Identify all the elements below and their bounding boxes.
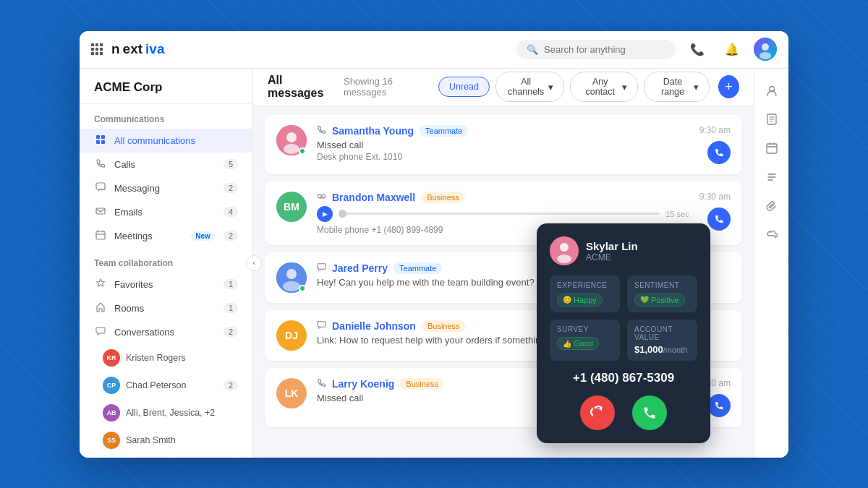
chevron-down-icon: ▾	[694, 82, 699, 93]
svg-rect-3	[96, 135, 100, 139]
sidebar-item-favorites[interactable]: Favorites 1	[80, 273, 252, 296]
svg-point-14	[322, 194, 326, 198]
voicemail-player: ▶ 15 sec	[317, 206, 689, 222]
kristen-avatar: KR	[103, 349, 120, 367]
chat-type-icon	[317, 320, 326, 332]
sender-name[interactable]: Jared Perry	[332, 262, 388, 274]
account-label: ACCOUNT VALUE	[634, 325, 690, 341]
notes-icon[interactable]	[759, 106, 785, 132]
decline-call-btn[interactable]	[580, 395, 615, 430]
play-btn[interactable]: ▶	[317, 206, 333, 222]
sender-tag: Business	[400, 378, 444, 390]
experience-value: 😊 Happy	[557, 294, 603, 307]
all-communications-icon	[94, 134, 107, 147]
phone-nav-icon[interactable]: 📞	[684, 36, 710, 62]
content-header: All messages Showing 16 messages Unread …	[253, 69, 754, 106]
sidebar-collapse-btn[interactable]: ‹	[246, 255, 262, 271]
avatar: LK	[276, 378, 307, 408]
sidebar-item-calls[interactable]: Calls 5	[80, 153, 252, 176]
sender-name[interactable]: Larry Koenig	[332, 378, 394, 390]
survey-stat: SURVEY 👍 Good	[550, 320, 620, 361]
tasks-icon[interactable]	[759, 164, 785, 190]
sentiment-value: 💚 Positive	[634, 294, 685, 307]
sender-name[interactable]: Samantha Young	[332, 125, 414, 137]
calls-label: Calls	[114, 159, 216, 170]
sidebar-item-emails[interactable]: Emails 4	[80, 200, 252, 224]
favorites-badge: 1	[224, 279, 238, 289]
sidebar-item-messaging[interactable]: Messaging 2	[80, 176, 252, 200]
svg-point-12	[284, 144, 299, 154]
emails-label: Emails	[114, 207, 216, 218]
calls-badge: 5	[224, 159, 238, 169]
svg-rect-5	[96, 140, 100, 144]
cloud-icon[interactable]	[759, 222, 785, 248]
conversations-icon	[94, 326, 107, 338]
call-action-btn[interactable]	[707, 141, 731, 164]
add-btn[interactable]: +	[718, 75, 739, 98]
search-bar[interactable]: 🔍	[516, 40, 676, 59]
conversation-chad-peterson[interactable]: CP Chad Peterson 2	[80, 372, 252, 399]
all-channels-filter-btn[interactable]: All channels ▾	[495, 72, 564, 102]
rooms-badge: 1	[224, 303, 238, 313]
sarah-name: Sarah Smith	[126, 435, 176, 445]
svg-point-1	[762, 43, 769, 51]
message-preview: Missed call	[317, 140, 689, 150]
survey-value: 👍 Good	[557, 337, 599, 350]
search-input[interactable]	[544, 44, 665, 55]
rooms-icon	[94, 302, 107, 314]
app-logo: nextiva	[111, 41, 165, 57]
bell-icon: 🔔	[725, 43, 739, 56]
accept-call-btn[interactable]	[632, 395, 667, 430]
comm-section-title: Communications	[80, 104, 252, 129]
grid-menu-icon[interactable]	[91, 43, 103, 55]
avatar: DJ	[276, 320, 307, 351]
unread-filter-btn[interactable]: Unread	[438, 77, 490, 97]
date-range-filter-btn[interactable]: Date range ▾	[644, 72, 710, 102]
messaging-label: Messaging	[114, 183, 216, 194]
any-contact-filter-btn[interactable]: Any contact ▾	[570, 72, 638, 102]
caller-phone: +1 (480) 867-5309	[550, 371, 697, 385]
call-action-btn[interactable]	[707, 394, 731, 417]
message-time: 9:30 am	[699, 192, 731, 202]
conversation-will-williams[interactable]: WW Will Williams	[80, 454, 252, 458]
sender-name[interactable]: Brandon Maxwell	[332, 192, 415, 203]
sender-name[interactable]: Danielle Johnson	[332, 320, 416, 332]
page-title: All messages	[268, 74, 335, 100]
favorites-label: Favorites	[114, 279, 216, 290]
bell-nav-icon[interactable]: 🔔	[719, 36, 745, 62]
svg-point-20	[557, 254, 571, 263]
call-action-btn[interactable]	[707, 207, 731, 231]
chevron-down-icon: ▾	[622, 82, 627, 93]
collab-section-title: Team collaboration	[80, 248, 252, 273]
call-type-icon	[317, 125, 326, 137]
experience-stat: EXPERIENCE 😊 Happy	[550, 275, 620, 312]
conversation-sarah-smith[interactable]: SS Sarah Smith	[80, 427, 252, 454]
progress-bar[interactable]	[339, 213, 660, 215]
phone-icon: 📞	[690, 43, 705, 56]
voicemail-duration: 15 sec	[665, 210, 689, 218]
group-avatar: AB	[103, 404, 120, 421]
company-name: ACME Corp	[80, 69, 252, 104]
sidebar-item-all-communications[interactable]: All communications	[80, 129, 252, 153]
attachments-icon[interactable]	[759, 193, 785, 219]
voicemail-type-icon	[317, 192, 326, 203]
sidebar-item-rooms[interactable]: Rooms 1	[80, 296, 252, 320]
conversations-badge: 2	[224, 327, 238, 337]
sidebar-item-conversations[interactable]: Conversations 2	[80, 320, 252, 344]
user-avatar-nav[interactable]	[754, 38, 777, 61]
survey-label: SURVEY	[557, 325, 613, 333]
contacts-icon[interactable]	[759, 77, 785, 103]
calendar-icon[interactable]	[759, 135, 785, 161]
message-time: 9:30 am	[699, 125, 731, 135]
svg-rect-6	[101, 140, 105, 144]
message-card[interactable]: Samantha Young Teammate Missed call Desk…	[265, 115, 742, 174]
messaging-badge: 2	[224, 183, 238, 193]
conversation-group[interactable]: AB Alli, Brent, Jessica, +2	[80, 399, 252, 427]
chat-type-icon	[317, 262, 326, 274]
svg-rect-4	[101, 135, 105, 139]
svg-point-19	[560, 243, 569, 252]
sidebar-item-meetings[interactable]: Meetings New 2	[80, 224, 252, 248]
conversation-kristen-rogers[interactable]: KR Kristen Rogers	[80, 344, 252, 372]
sentiment-stat: SENTIMENT 💚 Positive	[627, 275, 697, 312]
svg-point-2	[760, 52, 771, 59]
